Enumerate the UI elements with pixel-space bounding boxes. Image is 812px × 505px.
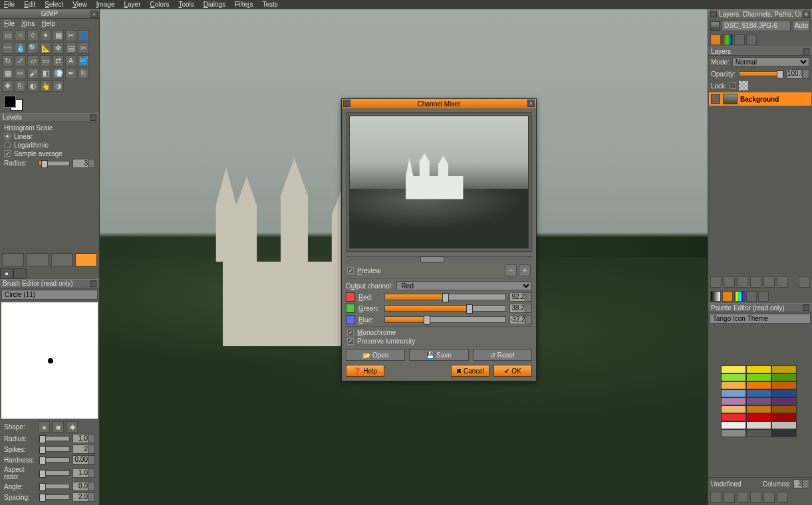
palette-swatch-1[interactable] [746,365,771,373]
palette-swatch-22[interactable] [746,421,771,429]
tool-dodge[interactable]: ◑ [53,80,64,92]
brush-param-1-slider[interactable] [39,447,70,452]
menu-view[interactable]: View [72,1,87,9]
green-spinner[interactable]: 38.2 [509,304,532,313]
reset-button[interactable]: ↺ Reset [473,349,532,361]
radio-logarithmic[interactable] [4,142,11,148]
raise-layer-button[interactable] [724,276,735,288]
tab-layers-icon[interactable] [710,35,721,45]
menu-file[interactable]: File [4,1,15,9]
shape-circle-icon[interactable]: ● [39,421,50,433]
brush-param-4-spinner[interactable]: 0.0 [72,482,95,491]
menu-image[interactable]: Image [96,1,115,9]
preview-checkbox[interactable] [347,267,354,274]
palette-swatch-15[interactable] [721,405,746,413]
zoom-in-button[interactable]: + [519,264,531,276]
tool-shear[interactable]: ▱ [27,55,39,66]
brush-editor-header[interactable]: Brush Editor (read only) [0,279,99,288]
palette-swatch-21[interactable] [721,421,746,429]
shape-diamond-icon[interactable]: ◆ [67,421,78,433]
opacity-spinner[interactable]: 100.0 [787,69,809,78]
red-slider[interactable] [384,294,506,300]
toolbox-close-icon[interactable]: × [90,11,98,18]
radius-spinner[interactable]: 3 [72,159,95,168]
lower-layer-button[interactable] [737,276,748,288]
panel-menu-icon[interactable] [90,114,96,121]
palette-columns-spinner[interactable]: 3 [793,479,809,488]
palette-swatch-19[interactable] [746,413,771,421]
cancel-button[interactable]: ✖Cancel [451,365,489,377]
brush-param-0-slider[interactable] [39,436,70,441]
tab-channels-icon[interactable] [722,35,733,45]
toolbox-titlebar[interactable]: GIMP × [0,9,99,19]
image-selector[interactable]: DSC_9184.JPG-6 [722,21,791,31]
preview-scrollbar-thumb[interactable] [420,256,444,262]
fg-bg-swatch[interactable] [4,96,23,111]
brush-param-3-spinner[interactable]: 1.0 [72,468,95,478]
help-button[interactable]: ❓Help [346,365,384,377]
tool-bucket-fill[interactable]: 🪣 [78,55,89,66]
tool-scissors[interactable]: ✂ [65,30,76,41]
tool-clone[interactable]: ⎘ [78,68,89,79]
layer-menu-button[interactable] [799,276,810,288]
delete-options-button[interactable] [51,253,73,266]
menu-colors[interactable]: Colors [150,1,169,9]
mode-select[interactable]: Normal [732,57,809,66]
brush-param-5-slider[interactable] [39,494,70,500]
duplicate-layer-button[interactable] [750,276,761,288]
brush-param-5-spinner[interactable]: 2.0 [72,492,95,502]
toolbox-menu-xtns[interactable]: Xtns [21,20,35,27]
palette-menu-icon[interactable] [803,304,809,311]
layers-menu-icon[interactable] [803,48,809,54]
dialog-preview[interactable] [349,116,529,249]
restore-options-button[interactable] [27,253,49,266]
tool-ellipse-select[interactable]: ○ [15,30,26,41]
palette-swatch-18[interactable] [721,413,746,421]
tool-paths[interactable]: 〰 [2,43,13,54]
tool-free-select[interactable]: ◊ [27,30,39,41]
lock-alpha-check[interactable] [730,82,736,89]
palette-swatch-9[interactable] [721,389,746,397]
palette-swatch-13[interactable] [746,397,771,405]
tab-patterns-icon[interactable] [746,291,757,302]
palette-swatch-10[interactable] [746,389,771,397]
opacity-slider[interactable] [739,71,784,76]
palette-zoom-in-button[interactable] [763,492,775,503]
reset-options-button[interactable] [75,253,97,266]
radio-linear[interactable] [4,133,11,140]
palette-new-button[interactable] [724,492,735,503]
tool-by-color-select[interactable]: ▦ [53,30,64,41]
tool-perspective[interactable]: ▭ [40,55,51,66]
save-options-button[interactable] [2,253,24,266]
preserve-luminosity-checkbox[interactable] [347,338,354,345]
tool-paintbrush[interactable]: 🖌 [27,68,39,79]
palette-swatch-5[interactable] [771,373,797,381]
brush-panel-menu-icon[interactable] [90,280,96,287]
ok-button[interactable]: ✔OK [493,365,532,377]
brush-param-2-spinner[interactable]: 0.00 [72,455,95,464]
auto-button[interactable]: Auto [793,21,810,31]
tool-align[interactable]: ▤ [65,43,76,54]
tool-text[interactable]: A [65,55,76,66]
open-button[interactable]: 📂 Open [346,349,405,361]
delete-layer-button[interactable] [777,276,788,288]
dialog-close-icon[interactable]: × [527,100,535,107]
tool-measure[interactable]: 📐 [40,43,51,54]
palette-swatch-24[interactable] [721,429,746,437]
palette-swatch-2[interactable] [771,365,797,373]
tool-ink[interactable]: ✒ [65,68,76,79]
menu-filters[interactable]: Filters [235,1,253,9]
preview-scrollbar[interactable] [346,256,532,262]
brush-param-3-slider[interactable] [39,470,70,476]
palette-zoom-out-button[interactable] [750,492,761,503]
brush-param-4-slider[interactable] [39,484,70,489]
palette-swatch-17[interactable] [771,405,797,413]
zoom-out-button[interactable]: − [505,264,517,276]
tool-rect-select[interactable]: ▭ [2,30,13,41]
tool-foreground-select[interactable]: 👤 [78,30,89,41]
tab-gradients-icon[interactable] [734,291,745,302]
tab-brushes-icon[interactable] [722,291,733,302]
tool-color-picker[interactable]: 💧 [15,43,26,54]
right-dock-close-icon[interactable]: × [803,11,810,18]
tool-smudge[interactable]: 👆 [40,80,51,92]
